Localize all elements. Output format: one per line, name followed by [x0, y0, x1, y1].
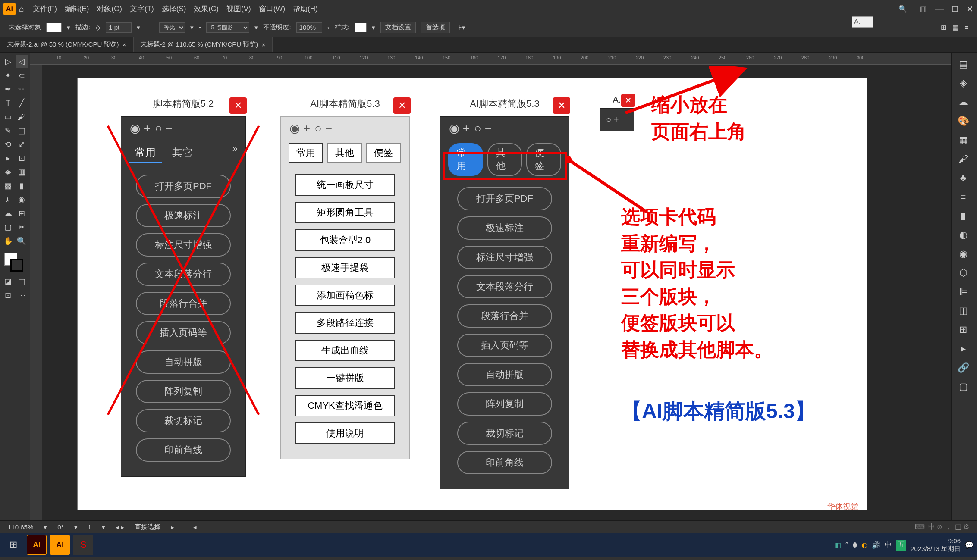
- panel-53-light-btn-0[interactable]: 统一画板尺寸: [295, 174, 395, 196]
- panel-53-light-btn-5[interactable]: 多段路径连接: [295, 312, 395, 334]
- links-panel-icon[interactable]: 🔗: [953, 360, 973, 376]
- tray-up-icon[interactable]: ^: [845, 541, 849, 549]
- search-icon[interactable]: 🔍: [894, 3, 911, 15]
- edit-toolbar-icon[interactable]: ⋯: [16, 289, 28, 302]
- tray-ime-icon[interactable]: 中: [885, 541, 892, 550]
- fill-stroke-swatch[interactable]: [2, 251, 28, 275]
- menu-window[interactable]: 窗口(W): [259, 4, 285, 14]
- panel-52-btn-5[interactable]: 插入页码等: [136, 321, 231, 344]
- tray-volume-icon[interactable]: 🔊: [872, 541, 880, 549]
- line-tool[interactable]: ╱: [16, 97, 28, 109]
- start-button[interactable]: ⊞: [3, 535, 23, 555]
- taskbar-ai-2[interactable]: Ai: [50, 535, 70, 555]
- layers-panel-icon[interactable]: ◈: [953, 75, 973, 91]
- panel-53-dark-btn-5[interactable]: 插入页码等: [457, 334, 552, 357]
- fill-swatch[interactable]: [46, 23, 62, 32]
- transform-panel-icon[interactable]: ⊞: [953, 322, 973, 338]
- symbols-panel-icon[interactable]: ♣: [953, 170, 973, 186]
- panel-menu-icon[interactable]: ≡: [964, 24, 968, 31]
- doc-setup-button[interactable]: 文档设置: [380, 22, 416, 33]
- brushes-panel-icon[interactable]: 🖌: [953, 151, 973, 167]
- draw-mode-icon[interactable]: ◫: [16, 275, 28, 288]
- graph-tool[interactable]: ⊞: [16, 207, 28, 220]
- taskbar-clock[interactable]: 9:06 2023/8/13 星期日: [911, 537, 961, 553]
- free-transform-tool[interactable]: ⊡: [16, 152, 28, 165]
- scale-tool[interactable]: ⤢: [16, 138, 28, 151]
- swatches-panel-icon[interactable]: ▦: [953, 132, 973, 148]
- menu-type[interactable]: 文字(T): [130, 4, 154, 14]
- panel-53-light-btn-4[interactable]: 添加画稿色标: [295, 285, 395, 306]
- rotate-tool[interactable]: ⟲: [2, 138, 15, 151]
- gradient-panel-icon[interactable]: ▮: [953, 208, 973, 224]
- panel-53-light-btn-7[interactable]: 一键拼版: [295, 367, 395, 389]
- tray-shield-icon[interactable]: ◧: [835, 541, 841, 549]
- panel-53-dark-btn-2[interactable]: 标注尺寸增强: [457, 246, 552, 269]
- panel-52-btn-9[interactable]: 印前角线: [136, 438, 231, 462]
- screen-mode-icon[interactable]: ⊡: [2, 289, 15, 302]
- arrange-icon[interactable]: ▥: [920, 5, 927, 13]
- home-icon[interactable]: ⌂: [19, 4, 24, 14]
- panel-52-tab-common[interactable]: 常用: [129, 143, 162, 163]
- panel-53-dark-btn-3[interactable]: 文本段落分行: [457, 275, 552, 298]
- minimize-icon[interactable]: ―: [935, 4, 944, 14]
- style-swatch[interactable]: [355, 23, 367, 32]
- transparency-panel-icon[interactable]: ◐: [953, 227, 973, 243]
- panel-53-dark-btn-4[interactable]: 段落行合并: [457, 304, 552, 328]
- tray-battery-icon[interactable]: ⬮: [853, 541, 857, 549]
- panel-53-light-btn-9[interactable]: 使用说明: [295, 422, 395, 444]
- panel-52-btn-4[interactable]: 段落行合并: [136, 292, 231, 315]
- slice-tool[interactable]: ✂: [16, 221, 28, 234]
- curvature-tool[interactable]: 〰: [16, 83, 28, 96]
- panel-52-btn-3[interactable]: 文本段落分行: [136, 263, 231, 286]
- align-panel-icon[interactable]: ⊫: [953, 284, 973, 300]
- stroke-panel-icon[interactable]: ≡: [953, 189, 973, 205]
- panel-53-light-btn-8[interactable]: CMYK查找潘通色: [295, 395, 395, 416]
- tray-network-icon[interactable]: ◐: [861, 541, 867, 549]
- mesh-tool[interactable]: ▩: [2, 179, 15, 192]
- panel-grid-icon[interactable]: ▦: [952, 24, 958, 31]
- panel-52-close[interactable]: ✕: [229, 97, 247, 114]
- panel-52-btn-8[interactable]: 裁切标记: [136, 409, 231, 432]
- doc-tab-2[interactable]: 未标题-2 @ 110.65 % (CMYK/CPU 预览) ×: [134, 37, 273, 52]
- notifications-icon[interactable]: 💬: [965, 541, 974, 549]
- graphic-styles-panel-icon[interactable]: ⬡: [953, 265, 973, 281]
- magic-wand-tool[interactable]: ✦: [2, 69, 15, 82]
- menu-edit[interactable]: 编辑(E): [65, 4, 89, 14]
- prefs-button[interactable]: 首选项: [421, 22, 450, 33]
- menu-view[interactable]: 视图(V): [226, 4, 251, 14]
- shaper-tool[interactable]: ✎: [2, 124, 15, 137]
- ime-lang-icon[interactable]: 中 ⊙ ，: [928, 522, 952, 532]
- brush-tool[interactable]: 🖌: [16, 110, 28, 123]
- panel-53-dark-btn-8[interactable]: 裁切标记: [457, 422, 552, 445]
- panel-53-dark-btn-7[interactable]: 阵列复制: [457, 392, 552, 416]
- panel-52-btn-1[interactable]: 极速标注: [136, 204, 231, 227]
- doc-tab-1[interactable]: 未标题-2.ai @ 50 % (CMYK/CPU 预览) ×: [0, 37, 134, 52]
- libraries-panel-icon[interactable]: ☁: [953, 94, 973, 110]
- menu-help[interactable]: 帮助(H): [293, 4, 318, 14]
- width-tool[interactable]: ▸: [2, 152, 15, 165]
- type-tool[interactable]: T: [2, 97, 15, 109]
- panel-53-light-toggle[interactable]: ◉ +○ −: [281, 117, 409, 140]
- panel-53-light-tab-common[interactable]: 常用: [289, 143, 323, 163]
- float-mini-panel[interactable]: A.: [852, 16, 873, 28]
- lasso-tool[interactable]: ⊂: [16, 69, 28, 82]
- direct-select-tool[interactable]: ◁: [16, 55, 28, 68]
- panel-53-dark-btn-0[interactable]: 打开多页PDF: [457, 187, 552, 210]
- panel-53-light-btn-6[interactable]: 生成出血线: [295, 340, 395, 361]
- brush-select[interactable]: 5 点圆形: [206, 22, 249, 33]
- panel-52-btn-0[interactable]: 打开多页PDF: [136, 175, 231, 198]
- maximize-icon[interactable]: □: [952, 4, 958, 14]
- uniform-select[interactable]: 等比: [159, 22, 185, 33]
- rotation-angle[interactable]: 0°: [57, 523, 63, 531]
- tray-lang-icon[interactable]: 五: [896, 540, 906, 551]
- appearance-panel-icon[interactable]: ◉: [953, 246, 973, 262]
- close-icon[interactable]: ✕: [966, 4, 974, 14]
- panel-toggle-icon[interactable]: ⊞: [941, 24, 946, 31]
- panel-52-more-icon[interactable]: »: [232, 143, 238, 163]
- symbol-tool[interactable]: ☁: [2, 207, 15, 220]
- panel-53-dark-btn-1[interactable]: 极速标注: [457, 216, 552, 240]
- perspective-tool[interactable]: ▦: [16, 166, 28, 178]
- selection-tool[interactable]: ▷: [2, 55, 15, 68]
- panel-53-light-close[interactable]: ✕: [393, 97, 411, 114]
- color-panel-icon[interactable]: 🎨: [953, 113, 973, 129]
